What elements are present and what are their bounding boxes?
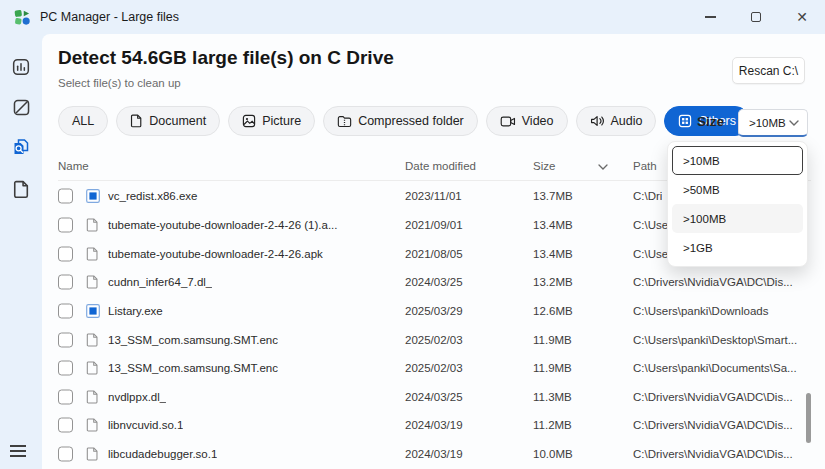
size-option-10mb[interactable]: >10MB xyxy=(672,146,803,175)
maximize-button[interactable] xyxy=(733,0,779,34)
window-title: PC Manager - Large files xyxy=(40,10,179,24)
file-path: C:\Dri xyxy=(633,190,662,202)
sort-chevron-down-icon[interactable] xyxy=(598,160,608,172)
table-row[interactable]: libcudadebugger.so.1 2024/03/19 10.0MB C… xyxy=(42,440,825,469)
file-path: C:\Drivers\NvidiaVGA\DC\Dis... xyxy=(633,419,793,431)
column-header-date[interactable]: Date modified xyxy=(405,160,476,172)
file-name: cudnn_infer64_7.dl_ xyxy=(108,276,212,288)
row-checkbox[interactable] xyxy=(58,217,73,232)
file-icon xyxy=(86,361,99,376)
table-row[interactable]: 13_SSM_com.samsung.SMT.enc 2025/02/03 11… xyxy=(42,354,825,383)
file-path: C:\Drivers\NvidiaVGA\DC\Dis... xyxy=(633,391,793,403)
large-files-search-icon xyxy=(11,137,31,157)
rescan-button[interactable]: Rescan C:\ xyxy=(732,57,805,84)
chip-label: Audio xyxy=(611,114,643,128)
row-checkbox[interactable] xyxy=(58,246,73,261)
file-size: 10.0MB xyxy=(533,448,573,460)
file-size: 11.9MB xyxy=(533,334,572,346)
filter-chip-row: ALL Document Picture Compressed folder xyxy=(58,106,750,136)
sidebar xyxy=(0,34,42,469)
size-option-50mb[interactable]: >50MB xyxy=(672,175,803,204)
table-row[interactable]: 13_SSM_com.samsung.SMT.enc 2025/02/03 11… xyxy=(42,325,825,354)
file-icon xyxy=(86,418,99,433)
others-grid-icon xyxy=(678,114,692,128)
page-title: Detect 54.6GB large file(s) on C Drive xyxy=(58,47,394,69)
file-icon xyxy=(86,389,99,404)
filter-chip-compressed-folder[interactable]: Compressed folder xyxy=(323,106,478,136)
file-name: vc_redist.x86.exe xyxy=(108,190,198,202)
file-date: 2025/02/03 xyxy=(405,334,463,346)
page-diagonal-icon xyxy=(12,98,31,117)
audio-icon xyxy=(590,114,605,128)
titlebar: PC Manager - Large files ✕ xyxy=(0,0,825,34)
file-icon xyxy=(86,275,99,290)
file-size: 11.3MB xyxy=(533,391,572,403)
row-checkbox[interactable] xyxy=(58,389,73,404)
filter-chip-picture[interactable]: Picture xyxy=(228,106,315,136)
filter-chip-all[interactable]: ALL xyxy=(58,106,108,136)
row-checkbox[interactable] xyxy=(58,361,73,376)
sidebar-item-files[interactable] xyxy=(0,176,42,202)
filter-chip-document[interactable]: Document xyxy=(116,106,220,136)
exe-file-icon xyxy=(86,189,100,203)
sidebar-item-protection[interactable] xyxy=(0,94,42,120)
size-filter-dropdown[interactable]: >10MB xyxy=(738,109,808,137)
size-option-100mb[interactable]: >100MB xyxy=(672,204,803,233)
file-name: 13_SSM_com.samsung.SMT.enc xyxy=(108,362,278,374)
chip-label: ALL xyxy=(72,114,94,128)
menu-button[interactable] xyxy=(8,441,34,461)
column-header-path[interactable]: Path xyxy=(633,160,657,172)
maximize-icon xyxy=(751,12,761,22)
document-icon xyxy=(130,114,143,128)
filter-chip-audio[interactable]: Audio xyxy=(576,106,657,136)
file-icon xyxy=(86,447,99,462)
sidebar-item-home[interactable] xyxy=(0,54,42,80)
file-name: tubemate-youtube-downloader-2-4-26 (1).a… xyxy=(108,219,338,231)
table-row[interactable]: Listary.exe 2025/03/29 12.6MB C:\Users\p… xyxy=(42,297,825,326)
file-icon xyxy=(86,217,99,232)
size-option-1gb[interactable]: >1GB xyxy=(672,233,803,262)
file-date: 2025/03/29 xyxy=(405,305,463,317)
minimize-button[interactable] xyxy=(687,0,733,34)
row-checkbox[interactable] xyxy=(58,447,73,462)
row-checkbox[interactable] xyxy=(58,332,73,347)
file-path: C:\Users\panki\Documents\Sa... xyxy=(633,362,797,374)
size-filter-label: Size xyxy=(697,114,724,129)
row-checkbox[interactable] xyxy=(58,418,73,433)
file-size: 11.9MB xyxy=(533,362,572,374)
row-checkbox[interactable] xyxy=(58,275,73,290)
file-size: 12.6MB xyxy=(533,305,573,317)
stats-icon xyxy=(11,57,31,77)
file-name: nvdlppx.dl_ xyxy=(108,391,166,403)
chip-label: Picture xyxy=(262,114,301,128)
file-size: 11.2MB xyxy=(533,419,572,431)
file-name: tubemate-youtube-downloader-2-4-26.apk xyxy=(108,248,323,260)
column-header-size[interactable]: Size xyxy=(533,160,555,172)
vertical-scrollbar[interactable] xyxy=(806,393,811,443)
file-name: Listary.exe xyxy=(108,305,163,317)
chip-label: Video xyxy=(522,114,554,128)
compressed-folder-icon xyxy=(337,115,352,128)
file-date: 2021/08/05 xyxy=(405,248,463,260)
column-header-name[interactable]: Name xyxy=(58,160,89,172)
file-path: C:\Use xyxy=(633,219,668,231)
table-row[interactable]: nvdlppx.dl_ 2024/03/25 11.3MB C:\Drivers… xyxy=(42,382,825,411)
file-path: C:\Drivers\NvidiaVGA\DC\Dis... xyxy=(633,276,793,288)
file-date: 2024/03/19 xyxy=(405,448,463,460)
size-dropdown-menu: >10MB >50MB >100MB >1GB xyxy=(667,141,808,267)
row-checkbox[interactable] xyxy=(58,303,73,318)
page-subtitle: Select file(s) to clean up xyxy=(58,77,181,89)
table-row[interactable]: cudnn_infer64_7.dl_ 2024/03/25 13.2MB C:… xyxy=(42,268,825,297)
file-date: 2023/11/01 xyxy=(405,190,462,202)
sidebar-item-large-files[interactable] xyxy=(0,134,42,160)
file-date: 2024/03/19 xyxy=(405,419,463,431)
file-path: C:\Users\panki\Downloads xyxy=(633,305,769,317)
table-row[interactable]: libnvcuvid.so.1 2024/03/19 11.2MB C:\Dri… xyxy=(42,411,825,440)
file-path: C:\Use xyxy=(633,248,668,260)
filter-chip-video[interactable]: Video xyxy=(486,106,568,136)
file-date: 2024/03/25 xyxy=(405,276,463,288)
file-size: 13.2MB xyxy=(533,276,573,288)
row-checkbox[interactable] xyxy=(58,189,73,204)
close-button[interactable]: ✕ xyxy=(779,0,825,34)
file-size: 13.4MB xyxy=(533,219,573,231)
